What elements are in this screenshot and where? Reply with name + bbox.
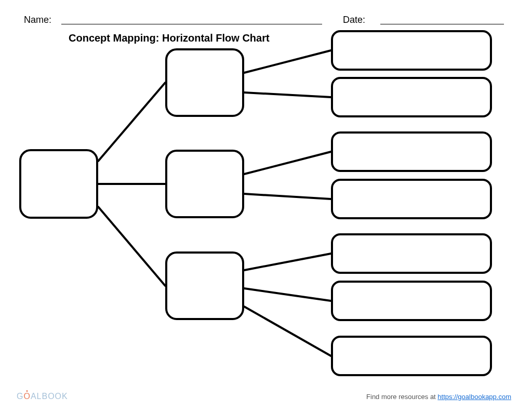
flowchart-root-box[interactable]	[19, 149, 98, 219]
flowchart-mid-box[interactable]	[165, 48, 244, 117]
worksheet-page: Name: Date: Concept Mapping: Horizontal …	[0, 0, 532, 411]
footer-prefix: Find more resources at	[366, 393, 437, 401]
brand-logo: GOALBOOK	[17, 392, 68, 401]
svg-line-5	[244, 152, 331, 174]
svg-line-2	[98, 207, 165, 286]
svg-line-4	[244, 92, 331, 97]
svg-line-9	[244, 307, 331, 356]
brand-text-before: G	[17, 392, 23, 401]
name-input-line[interactable]	[61, 24, 322, 24]
footer-text: Find more resources at https://goalbooka…	[366, 393, 511, 401]
svg-line-0	[98, 83, 165, 161]
flowchart-leaf-box[interactable]	[331, 77, 492, 117]
flowchart-mid-box[interactable]	[165, 251, 244, 320]
svg-line-8	[244, 288, 331, 301]
svg-line-6	[244, 194, 331, 199]
date-input-line[interactable]	[380, 24, 504, 24]
worksheet-title: Concept Mapping: Horizontal Flow Chart	[69, 32, 270, 44]
flowchart-leaf-box[interactable]	[331, 281, 492, 321]
footer-link[interactable]: https://goalbookapp.com	[437, 393, 511, 401]
svg-line-7	[244, 254, 331, 270]
flowchart-leaf-box[interactable]	[331, 30, 492, 71]
flowchart-mid-box[interactable]	[165, 150, 244, 218]
svg-line-3	[244, 50, 331, 73]
brand-text-o: O	[23, 392, 30, 401]
brand-text-after: ALBOOK	[31, 392, 68, 401]
flowchart-leaf-box[interactable]	[331, 131, 492, 172]
flowchart-leaf-box[interactable]	[331, 233, 492, 274]
flowchart-leaf-box[interactable]	[331, 336, 492, 376]
name-label: Name:	[24, 15, 51, 25]
date-label: Date:	[343, 15, 365, 25]
flowchart-leaf-box[interactable]	[331, 179, 492, 219]
